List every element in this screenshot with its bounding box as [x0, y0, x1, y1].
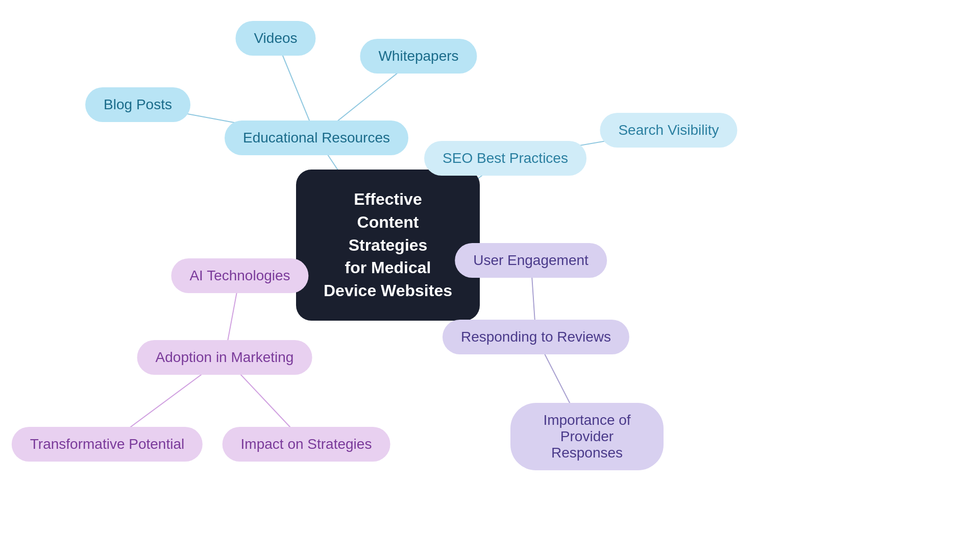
- node-user-engagement: User Engagement: [455, 243, 607, 278]
- node-seo-best-practices-label: SEO Best Practices: [443, 150, 568, 166]
- node-blog-posts: Blog Posts: [85, 87, 190, 122]
- node-videos-label: Videos: [254, 30, 297, 46]
- node-importance-provider-responses: Importance of ProviderResponses: [510, 403, 664, 470]
- node-search-visibility-label: Search Visibility: [618, 122, 719, 138]
- node-adoption-in-marketing: Adoption in Marketing: [137, 340, 312, 375]
- node-whitepapers: Whitepapers: [360, 39, 477, 74]
- node-transformative-potential: Transformative Potential: [12, 427, 203, 462]
- node-central-label: Effective Content Strategiesfor Medical …: [324, 188, 452, 302]
- node-seo-best-practices: SEO Best Practices: [424, 141, 586, 176]
- node-impact-on-strategies: Impact on Strategies: [223, 427, 390, 462]
- node-adoption-in-marketing-label: Adoption in Marketing: [156, 349, 294, 366]
- node-transformative-potential-label: Transformative Potential: [30, 436, 184, 452]
- node-responding-to-reviews-label: Responding to Reviews: [461, 329, 611, 345]
- node-educational-resources-label: Educational Resources: [243, 130, 390, 146]
- node-central: Effective Content Strategiesfor Medical …: [296, 170, 480, 321]
- node-impact-on-strategies-label: Impact on Strategies: [241, 436, 372, 452]
- node-ai-technologies: AI Technologies: [171, 258, 308, 293]
- mind-map-container: Effective Content Strategiesfor Medical …: [0, 0, 980, 553]
- node-blog-posts-label: Blog Posts: [104, 97, 172, 113]
- node-whitepapers-label: Whitepapers: [378, 48, 458, 64]
- node-responding-to-reviews: Responding to Reviews: [443, 320, 629, 354]
- node-search-visibility: Search Visibility: [600, 113, 737, 148]
- node-user-engagement-label: User Engagement: [473, 252, 589, 269]
- node-importance-provider-responses-label: Importance of ProviderResponses: [529, 412, 645, 461]
- node-educational-resources: Educational Resources: [225, 121, 408, 155]
- node-ai-technologies-label: AI Technologies: [189, 268, 290, 284]
- node-videos: Videos: [235, 21, 315, 56]
